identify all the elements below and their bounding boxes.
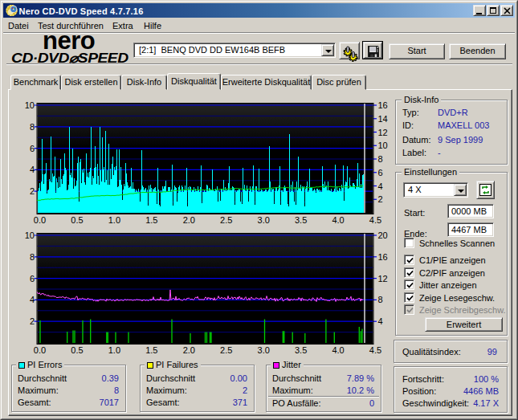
svg-text:4.0: 4.0 [332, 345, 344, 355]
svg-text:4: 4 [30, 295, 35, 304]
svg-text:16: 16 [378, 252, 388, 262]
svg-text:16: 16 [378, 100, 388, 110]
svg-text:10: 10 [25, 230, 35, 240]
svg-text:10: 10 [378, 141, 388, 150]
svg-text:2.5: 2.5 [220, 215, 232, 225]
svg-text:0.0: 0.0 [34, 345, 46, 355]
svg-text:6: 6 [30, 274, 35, 283]
svg-text:0.0: 0.0 [34, 215, 46, 225]
svg-text:4.5: 4.5 [369, 345, 381, 355]
svg-text:3.0: 3.0 [258, 215, 270, 225]
svg-text:4: 4 [378, 316, 383, 326]
svg-text:2: 2 [30, 316, 35, 326]
svg-text:2.5: 2.5 [220, 345, 232, 355]
svg-text:12: 12 [378, 274, 388, 283]
svg-text:4.0: 4.0 [332, 215, 344, 225]
svg-text:1.5: 1.5 [145, 215, 157, 225]
svg-text:14: 14 [378, 114, 388, 124]
svg-text:8: 8 [30, 252, 35, 262]
svg-text:8: 8 [378, 295, 383, 304]
svg-text:2: 2 [30, 186, 35, 196]
svg-text:8: 8 [30, 122, 35, 132]
svg-text:1.0: 1.0 [108, 215, 120, 225]
svg-text:3.5: 3.5 [295, 345, 307, 355]
svg-text:3.0: 3.0 [258, 345, 270, 355]
svg-text:20: 20 [378, 230, 388, 240]
svg-text:0.5: 0.5 [71, 345, 83, 355]
svg-text:2.0: 2.0 [183, 215, 195, 225]
svg-text:1.5: 1.5 [145, 345, 157, 355]
svg-text:3.5: 3.5 [295, 215, 307, 225]
svg-text:12: 12 [378, 128, 388, 137]
svg-text:4: 4 [378, 181, 383, 191]
svg-text:8: 8 [378, 154, 383, 164]
svg-text:6: 6 [378, 168, 383, 177]
svg-text:10: 10 [25, 100, 35, 110]
svg-text:4: 4 [30, 165, 35, 174]
svg-text:6: 6 [30, 144, 35, 153]
svg-text:1.0: 1.0 [108, 345, 120, 355]
svg-text:2.0: 2.0 [183, 345, 195, 355]
svg-text:4.5: 4.5 [369, 215, 381, 225]
svg-text:2: 2 [378, 194, 383, 204]
svg-text:0.5: 0.5 [71, 215, 83, 225]
